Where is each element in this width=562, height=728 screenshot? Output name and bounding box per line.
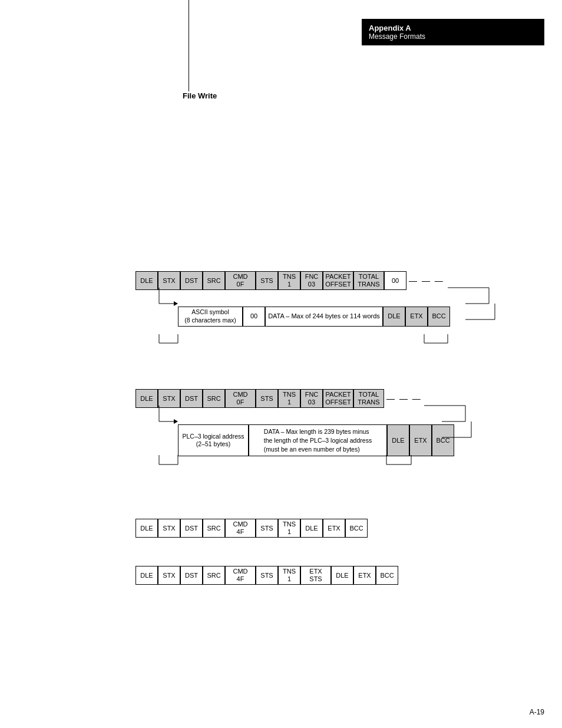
d2-fnc: FNC03 (300, 389, 323, 408)
d4-stx: STX (158, 566, 180, 585)
diagram-4: DLE STX DST SRC CMD4F STS TNS1 ETXSTS DL… (135, 566, 465, 585)
d4-dle2: DLE (331, 566, 353, 585)
svg-marker-2 (174, 301, 178, 306)
cell-cmd: CMD0F (225, 271, 256, 290)
diagram2-bottom-row: PLC–3 logical address(2–51 bytes) DATA –… (178, 424, 554, 456)
d4-sts: STS (256, 566, 278, 585)
d2-src: SRC (203, 389, 225, 408)
d2-total-trans: TOTALTRANS (353, 389, 384, 408)
section-title: File Write (183, 91, 217, 100)
cell-packet-offset: PACKETOFFSET (323, 271, 353, 290)
d4-bcc: BCC (376, 566, 398, 585)
d2-cmd: CMD0F (225, 389, 256, 408)
diagram-3: DLE STX DST SRC CMD4F STS TNS1 DLE ETX B… (135, 519, 442, 538)
d2-dle: DLE (135, 389, 158, 408)
d2-stx: STX (158, 389, 180, 408)
cell-00-2: 00 (243, 307, 265, 326)
diagram-2: DLE STX DST SRC CMD0F STS TNS1 FNC03 PAC… (135, 389, 554, 456)
d2-packet-offset: PACKETOFFSET (323, 389, 353, 408)
d4-src: SRC (203, 566, 225, 585)
cell-src: SRC (203, 271, 225, 290)
cell-stx: STX (158, 271, 180, 290)
d3-dle2: DLE (300, 519, 323, 538)
d2-bcc: BCC (432, 424, 454, 456)
appendix-subtitle: Message Formats (369, 32, 537, 41)
appendix-title: Appendix A (369, 24, 537, 32)
cell-dle-end: DLE (383, 307, 405, 326)
diagram1-top-row: DLE STX DST SRC CMD0F STS TNS1 FNC03 PAC… (135, 271, 554, 290)
d2-data: DATA – Max length is 239 bytes minusthe … (249, 424, 387, 456)
header-bar: Appendix A Message Formats (362, 19, 544, 45)
d3-stx: STX (158, 519, 180, 538)
d2-dle-end: DLE (387, 424, 409, 456)
d3-sts: STS (256, 519, 278, 538)
cell-sts: STS (256, 271, 278, 290)
left-vertical-line (189, 0, 189, 91)
d4-tns: TNS1 (278, 566, 300, 585)
cell-tns: TNS1 (278, 271, 300, 290)
d4-dle: DLE (135, 566, 158, 585)
d2-tns: TNS1 (278, 389, 300, 408)
d3-src: SRC (203, 519, 225, 538)
cell-data: DATA – Max of 244 bytes or 114 words (265, 307, 383, 326)
continuation-dots: — — — (406, 271, 447, 290)
d2-dst: DST (180, 389, 203, 408)
d2-sts: STS (256, 389, 278, 408)
d3-dst: DST (180, 519, 203, 538)
diagram4-row: DLE STX DST SRC CMD4F STS TNS1 ETXSTS DL… (135, 566, 465, 585)
svg-marker-16 (174, 419, 178, 424)
d4-etx-sts: ETXSTS (300, 566, 331, 585)
cell-fnc: FNC03 (300, 271, 323, 290)
cell-total-trans: TOTALTRANS (353, 271, 384, 290)
d4-dst: DST (180, 566, 203, 585)
d4-cmd: CMD4F (225, 566, 256, 585)
diagram-1: DLE STX DST SRC CMD0F STS TNS1 FNC03 PAC… (135, 271, 554, 327)
d3-bcc: BCC (345, 519, 368, 538)
cell-dst: DST (180, 271, 203, 290)
page-number: A-19 (530, 708, 544, 716)
cell-00: 00 (384, 271, 406, 290)
d2-continuation: — — — (384, 389, 424, 408)
cell-etx: ETX (405, 307, 428, 326)
diagram3-row: DLE STX DST SRC CMD4F STS TNS1 DLE ETX B… (135, 519, 442, 538)
d2-etx: ETX (409, 424, 432, 456)
cell-bcc: BCC (428, 307, 450, 326)
d2-plc-label: PLC–3 logical address(2–51 bytes) (178, 424, 249, 456)
d3-dle: DLE (135, 519, 158, 538)
d4-etx: ETX (353, 566, 376, 585)
diagram2-top-row: DLE STX DST SRC CMD0F STS TNS1 FNC03 PAC… (135, 389, 554, 408)
d3-cmd: CMD4F (225, 519, 256, 538)
cell-ascii-label: ASCII symbol(8 characters max) (178, 307, 243, 326)
d3-tns: TNS1 (278, 519, 300, 538)
diagram1-bottom-row: ASCII symbol(8 characters max) 00 DATA –… (178, 307, 554, 326)
cell-dle: DLE (135, 271, 158, 290)
d3-etx: ETX (323, 519, 345, 538)
